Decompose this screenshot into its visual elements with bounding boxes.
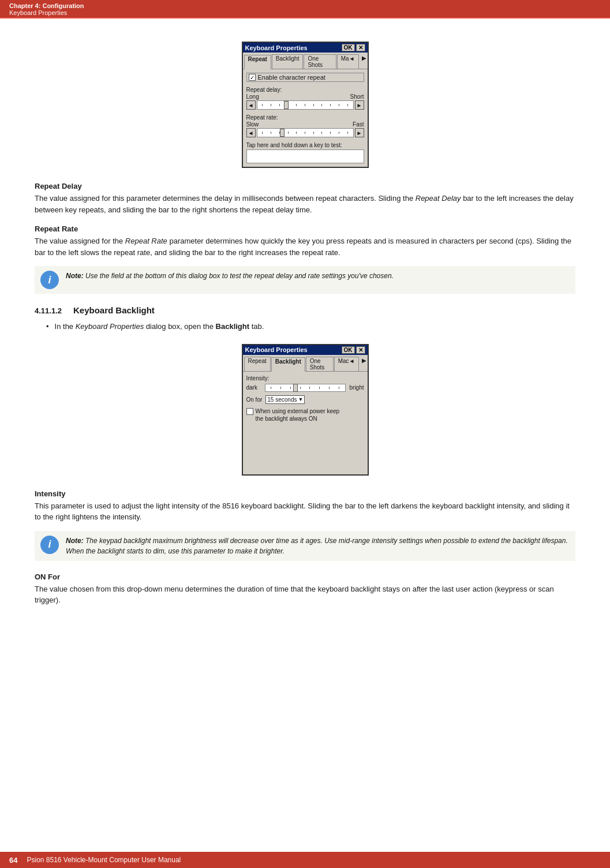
footer-title: Psion 8516 Vehicle-Mount Computer User M… — [27, 856, 181, 864]
subsection-row: 4.11.1.2 Keyboard Backlight — [35, 305, 575, 315]
dialog1-rate-label: Repeat rate: — [246, 114, 278, 121]
bullet1-text: In the Keyboard Properties dialog box, o… — [55, 321, 264, 332]
dialog2-tab-mac[interactable]: Mac◄ — [334, 357, 359, 371]
note2-icon: i — [40, 536, 59, 554]
note2-content: The keypad backlight maximum brightness … — [66, 537, 568, 555]
dialog1-slider2-labels: Slow Fast — [246, 121, 364, 128]
note2-label: Note: — [66, 537, 85, 545]
dialog2-ok-btn[interactable]: OK — [342, 346, 355, 354]
dialog1-slider1-dots — [257, 104, 353, 106]
dialog2-extpower-line2: the backlight always ON — [256, 415, 340, 422]
onfor-text: The value chosen from this drop-down men… — [35, 583, 575, 606]
dialog1-title: Keyboard Properties — [245, 44, 308, 51]
dialog1-checkbox-label: Enable character repeat — [258, 74, 325, 81]
keyboard-properties-italic: Keyboard Properties — [76, 322, 144, 331]
dialog2-bright-label: bright — [348, 384, 364, 391]
dialog2-onfor-row: On for 15 seconds ▼ — [246, 395, 364, 404]
dialog2-title: Keyboard Properties — [245, 346, 308, 353]
dialog2-onfor-dropdown[interactable]: 15 seconds ▼ — [265, 395, 305, 404]
repeat-delay-italic: Repeat Delay — [416, 194, 461, 203]
dialog2-intensity-label: Intensity: — [246, 375, 364, 381]
dialog1-tab-repeat[interactable]: Repeat — [244, 55, 271, 69]
dialog1-slider2-track[interactable] — [257, 128, 354, 137]
dialog1-delay-label-row: Repeat delay: — [246, 87, 364, 93]
repeat-rate-heading: Repeat Rate — [35, 225, 575, 233]
intensity-heading: Intensity — [35, 489, 575, 498]
dialog1-body: ✓ Enable character repeat Repeat delay: … — [243, 69, 368, 167]
dialog2-extpower-checkbox[interactable] — [246, 408, 253, 415]
dialog1-ok-btn[interactable]: OK — [342, 44, 355, 51]
dialog2-close-btn[interactable]: ✕ — [356, 346, 365, 354]
dialog1-slider1-thumb[interactable] — [284, 101, 289, 109]
dialog1-tab-ma[interactable]: Ma◄ — [337, 54, 359, 69]
dialog1-close-btn[interactable]: ✕ — [356, 44, 365, 51]
section-title: Keyboard Properties — [9, 9, 601, 16]
dialog1-slider1-row[interactable]: ◄ ► — [246, 100, 364, 110]
dialog1-container: Keyboard Properties OK ✕ Repeat Backligh… — [35, 42, 575, 168]
note2-box: i Note: The keypad backlight maximum bri… — [35, 531, 575, 561]
note1-icon: i — [40, 271, 59, 289]
dialog2-onfor-label: On for — [246, 396, 263, 403]
dialog2-container: Keyboard Properties OK ✕ Repeat Backligh… — [35, 344, 575, 476]
subsection-title: Keyboard Backlight — [73, 305, 155, 315]
dialog1-tabs: Repeat Backlight One Shots Ma◄ ▶ — [243, 53, 368, 69]
dialog1-slider1-labels: Long Short — [246, 93, 364, 100]
bullet1-row: • In the Keyboard Properties dialog box,… — [35, 321, 575, 332]
dialog2-onfor-value: 15 seconds — [267, 396, 297, 403]
note1-text: Note: Use the field at the bottom of thi… — [66, 271, 394, 281]
dialog1-checkbox[interactable]: ✓ — [249, 74, 256, 81]
dialog1-delay-label: Repeat delay: — [246, 87, 282, 93]
dialog2-tab-more[interactable]: ▶ — [361, 357, 368, 371]
note1-box: i Note: Use the field at the bottom of t… — [35, 266, 575, 294]
dialog1-fast-label: Fast — [353, 121, 364, 128]
dialog2-titlebar: Keyboard Properties OK ✕ — [243, 345, 368, 355]
note2-text: Note: The keypad backlight maximum brigh… — [66, 536, 570, 556]
onfor-heading: ON For — [35, 573, 575, 581]
dialog1-slow-label: Slow — [246, 121, 259, 128]
dialog2-tabs: Repeat Backlight One Shots Mac◄ ▶ — [243, 355, 368, 372]
dialog1-slider1-left-arrow[interactable]: ◄ — [246, 100, 256, 110]
repeat-delay-text: The value assigned for this parameter de… — [35, 193, 575, 215]
note1-label: Note: — [66, 272, 85, 280]
repeat-rate-text: The value assigned for the Repeat Rate p… — [35, 235, 575, 258]
dialog2-intensity-dots — [265, 387, 345, 389]
footer-bar: 64 Psion 8516 Vehicle-Mount Computer Use… — [0, 852, 610, 868]
repeat-delay-heading: Repeat Delay — [35, 182, 575, 190]
dialog1-buttons: OK ✕ — [342, 44, 365, 51]
dialog1-slider1-right-arrow[interactable]: ► — [355, 100, 364, 110]
dialog1-rate-label-row: Repeat rate: — [246, 114, 364, 121]
intensity-text: This parameter is used to adjust the lig… — [35, 500, 575, 523]
dialog2-tab-backlight[interactable]: Backlight — [271, 357, 305, 372]
chapter-title: Chapter 4: Configuration — [9, 2, 601, 9]
dialog1-tab-oneshots[interactable]: One Shots — [304, 54, 336, 69]
dialog1-slider2-dots — [257, 132, 353, 134]
dialog1-tab-backlight[interactable]: Backlight — [272, 54, 304, 69]
dialog2-extpower-line1: When using external power keep — [256, 407, 340, 415]
dialog2-intensity-track[interactable] — [265, 384, 346, 392]
subsection-number: 4.11.1.2 — [35, 306, 62, 315]
dialog1-long-label: Long — [246, 93, 259, 100]
main-content: Keyboard Properties OK ✕ Repeat Backligh… — [0, 18, 610, 626]
dropdown-arrow-icon: ▼ — [298, 396, 303, 402]
dialog2-extpower-text: When using external power keep the backl… — [256, 407, 340, 422]
dialog2-tab-oneshots[interactable]: One Shots — [306, 357, 334, 371]
dialog2-tab-repeat[interactable]: Repeat — [244, 357, 271, 371]
dialog1-tab-more[interactable]: ▶ — [361, 54, 368, 69]
dialog1-box: Keyboard Properties OK ✕ Repeat Backligh… — [242, 42, 369, 168]
dialog1-checkbox-row[interactable]: ✓ Enable character repeat — [246, 73, 364, 82]
dialog1-slider1-track[interactable] — [257, 100, 354, 110]
dialog2-intensity-thumb[interactable] — [293, 384, 298, 392]
backlight-bold: Backlight — [216, 322, 250, 331]
dialog1-short-label: Short — [350, 93, 364, 100]
dialog1-titlebar: Keyboard Properties OK ✕ — [243, 43, 368, 53]
dialog1-slider2-right-arrow[interactable]: ► — [355, 128, 364, 137]
dialog2-intensity-row[interactable]: dark bright — [246, 384, 364, 392]
note1-content: Use the field at the bottom of this dial… — [85, 272, 394, 280]
dialog2-extpower-row[interactable]: When using external power keep the backl… — [246, 407, 364, 422]
dialog1-slider2-thumb[interactable] — [280, 129, 285, 137]
header-bar: Chapter 4: Configuration Keyboard Proper… — [0, 0, 610, 17]
dialog1-slider2-row[interactable]: ◄ ► — [246, 128, 364, 137]
dialog1-slider2-left-arrow[interactable]: ◄ — [246, 128, 256, 137]
dialog2-spacer — [246, 425, 364, 471]
dialog1-test-field[interactable] — [246, 149, 364, 163]
